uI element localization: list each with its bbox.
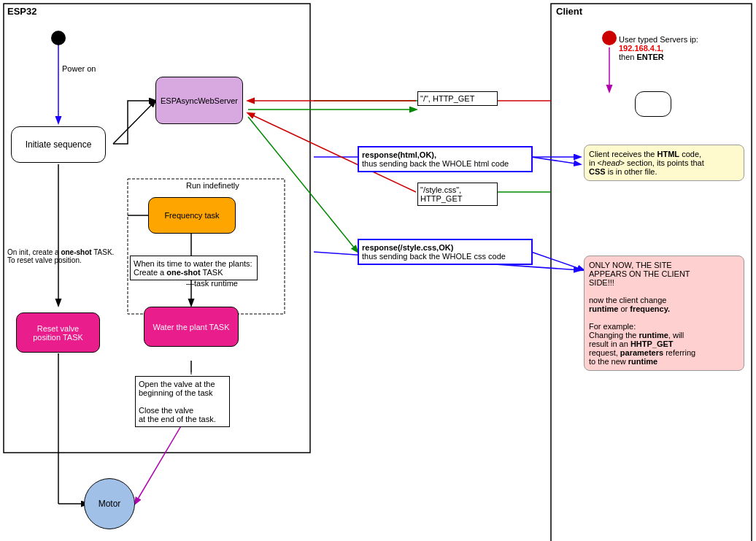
response-html-label: response(html,OK),thus sending back the … (362, 150, 509, 168)
response-css-node: response(/style.css,OK)thus sending back… (358, 239, 533, 265)
motor-label: Motor (99, 499, 121, 509)
run-indefinitely-label: Run indefinetly (186, 181, 239, 190)
svg-line-22 (531, 157, 580, 164)
when-water-note: When its time to water the plants:Create… (130, 256, 258, 280)
client-start-node (602, 31, 617, 45)
initiate-sequence-label: Initiate sequence (26, 139, 92, 150)
esp-server-label: ESPAsyncWebServer (161, 96, 238, 105)
reset-valve-label: Reset valve position TASK (33, 324, 83, 342)
client-label: Client (556, 6, 582, 17)
client-browser-node (635, 91, 671, 117)
svg-line-25 (531, 252, 584, 270)
valve-note: Open the valve at thebeginning of the ta… (135, 376, 230, 427)
style-get-node: "/style.css", HTTP_GET (417, 183, 498, 206)
response-html-node: response(html,OK),thus sending back the … (358, 146, 533, 172)
power-on-label: Power on (62, 64, 96, 73)
reset-valve-node: Reset valve position TASK (16, 312, 100, 353)
initiate-sequence-node: Initiate sequence (11, 126, 106, 163)
esp32-start-node (51, 31, 66, 45)
client-receives-note: Client receives the HTML code,in <head> … (584, 145, 744, 181)
esp-server-node: ESPAsyncWebServer (155, 77, 243, 124)
water-plant-node: Water the plant TASK (144, 307, 239, 347)
frequency-task-node: Frequency task (148, 197, 236, 234)
http-get-node: "/", HTTP_GET (417, 91, 498, 106)
svg-line-24 (248, 117, 358, 252)
site-appears-note: ONLY NOW, THE SITEAPPEARS ON THE CLIENTS… (584, 256, 744, 371)
response-css-label: response(/style.css,OK)thus sending back… (362, 243, 506, 261)
style-get-label: "/style.css", HTTP_GET (420, 185, 462, 203)
water-plant-label: Water the plant TASK (153, 323, 230, 331)
diagram: ESP32 Client Power on Initiate sequence … (0, 0, 756, 541)
esp32-label: ESP32 (7, 6, 36, 17)
http-get-label: "/", HTTP_GET (420, 94, 474, 103)
init-oneshot-note: On init, create a one-shot TASK.To reset… (7, 248, 131, 264)
user-typed-note: User typed Servers ip: 192.168.4.1, then… (619, 35, 747, 61)
frequency-task-label: Frequency task (164, 211, 219, 220)
svg-line-3 (113, 101, 155, 144)
motor-node: Motor (84, 478, 135, 529)
